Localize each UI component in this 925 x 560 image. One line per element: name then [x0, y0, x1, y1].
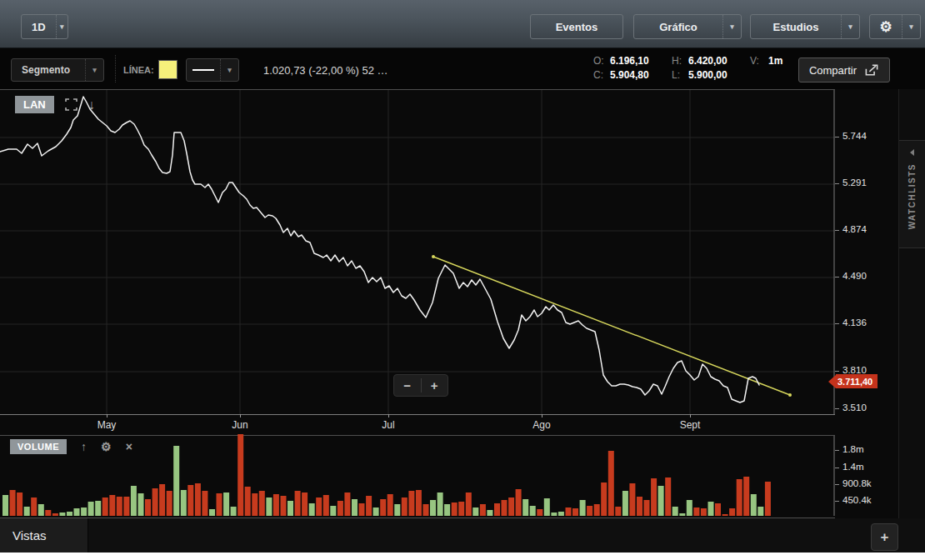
- price-tick-label: 4.136: [842, 318, 867, 328]
- zoom-control: − +: [393, 374, 448, 397]
- volume-bar: [145, 499, 151, 516]
- volume-axis[interactable]: 1.8m1.4m900.8k450.4k: [835, 435, 898, 518]
- month-tick: [690, 414, 691, 418]
- volume-bar: [743, 477, 749, 516]
- price-pane[interactable]: LAN ↓ − +: [0, 89, 835, 414]
- price-tick-dash: [835, 137, 839, 138]
- volume-bar: [123, 497, 129, 516]
- settings-button[interactable]: ⚙ ▾: [869, 14, 921, 39]
- volume-bar: [173, 446, 179, 516]
- move-up-icon[interactable]: ↑: [81, 441, 87, 452]
- chevron-down-icon[interactable]: ▾: [722, 15, 741, 38]
- volume-bar: [472, 508, 478, 516]
- collapse-left-icon: [910, 149, 914, 156]
- bottom-bar: Vistas +: [0, 518, 925, 552]
- expand-icon[interactable]: [65, 98, 78, 111]
- estudios-label: Estudios: [751, 15, 841, 38]
- volume-bar: [316, 498, 322, 516]
- volume-tick-dash: [835, 450, 839, 451]
- volume-bar: [195, 483, 201, 516]
- segment-dropdown[interactable]: Segmento ▾: [11, 58, 104, 82]
- volume-bar: [580, 500, 586, 516]
- chevron-down-icon[interactable]: ▾: [220, 59, 238, 81]
- chevron-down-icon[interactable]: ▾: [841, 15, 859, 38]
- price-axis[interactable]: 3.711,40 5.7445.2914.8744.4904.1363.8103…: [835, 89, 898, 414]
- volume-pane[interactable]: VOLUME ↑ ⚙ ×: [0, 435, 835, 518]
- volume-bar: [537, 509, 542, 516]
- line-style-dropdown[interactable]: ▾: [186, 58, 239, 82]
- timeframe-label: 1D: [22, 15, 56, 38]
- volume-bar: [223, 492, 229, 516]
- volume-header: VOLUME ↑ ⚙ ×: [10, 439, 132, 454]
- volume-bar: [594, 504, 600, 516]
- volume-bar: [259, 491, 265, 516]
- volume-bar: [522, 499, 528, 516]
- zoom-out-button[interactable]: −: [394, 375, 421, 396]
- volume-bar: [388, 494, 393, 516]
- price-chart-svg: [0, 90, 835, 415]
- chevron-down-icon[interactable]: ▾: [56, 15, 68, 38]
- volume-tick-label: 1.4m: [842, 462, 864, 472]
- volume-bar: [17, 492, 22, 516]
- volume-bar: [152, 488, 158, 516]
- volume-bar: [88, 502, 94, 516]
- move-down-icon[interactable]: ↓: [88, 98, 95, 112]
- grafico-label: Gráfico: [634, 15, 722, 38]
- time-axis[interactable]: MayJunJulAgoSept: [0, 414, 835, 435]
- volume-bar: [587, 506, 592, 516]
- timeframe-button[interactable]: 1D ▾: [21, 14, 68, 39]
- close-icon[interactable]: ×: [126, 441, 132, 452]
- volume-bar: [629, 483, 635, 516]
- line-style-preview: [187, 59, 220, 81]
- gear-icon[interactable]: ⚙: [870, 15, 902, 38]
- estudios-button[interactable]: Estudios ▾: [750, 14, 860, 39]
- price-tick-dash: [835, 323, 839, 324]
- volume-badge: VOLUME: [10, 439, 67, 454]
- open-label: O:: [593, 55, 610, 67]
- price-tick-dash: [835, 183, 839, 184]
- views-tab[interactable]: Vistas: [0, 518, 88, 552]
- volume-tick-dash: [835, 484, 839, 485]
- volume-bar: [231, 507, 237, 516]
- volume-bar: [330, 506, 336, 516]
- volume-tick-label: 900.8k: [842, 478, 872, 488]
- segment-label: Segmento: [12, 59, 85, 81]
- volume-bar: [430, 500, 436, 516]
- volume-bar: [67, 512, 72, 516]
- volume-bar: [167, 491, 172, 516]
- month-label: Sept: [672, 419, 708, 431]
- watchlists-label: WATCHLISTS: [908, 163, 917, 229]
- volume-bar: [245, 487, 251, 516]
- volume-bar: [644, 500, 650, 516]
- volume-bar: [302, 492, 308, 516]
- volume-bar: [117, 497, 122, 516]
- volume-bar: [722, 514, 728, 516]
- volume-bar: [366, 496, 372, 516]
- gear-icon[interactable]: ⚙: [101, 441, 112, 452]
- volume-bar: [95, 501, 101, 516]
- volume-bar: [266, 498, 272, 516]
- chevron-down-icon[interactable]: ▾: [85, 59, 103, 81]
- volume-bar: [38, 504, 44, 516]
- volume-bar: [494, 503, 500, 516]
- volume-bar: [530, 506, 536, 516]
- volume-bar: [323, 495, 329, 516]
- volume-bar: [601, 482, 607, 516]
- share-button[interactable]: Compartir: [798, 58, 890, 82]
- eventos-button[interactable]: Eventos: [530, 14, 623, 39]
- chevron-down-icon[interactable]: ▾: [902, 15, 920, 38]
- volume-bar: [295, 491, 301, 516]
- open-value: 6.196,10: [610, 55, 672, 67]
- zoom-in-button[interactable]: +: [422, 375, 448, 396]
- grafico-button[interactable]: Gráfico ▾: [633, 14, 742, 39]
- last-price-tag: 3.711,40: [828, 374, 878, 388]
- add-view-button[interactable]: +: [871, 523, 898, 551]
- month-label: Jul: [370, 419, 407, 431]
- month-label: Jun: [222, 419, 258, 431]
- line-color-swatch[interactable]: [158, 60, 178, 79]
- volume-bar: [252, 493, 258, 516]
- volume-bar: [338, 501, 343, 516]
- volume-bar: [359, 503, 365, 516]
- watchlists-tab[interactable]: WATCHLISTS: [899, 140, 925, 248]
- price-tick-label: 5.291: [842, 178, 867, 188]
